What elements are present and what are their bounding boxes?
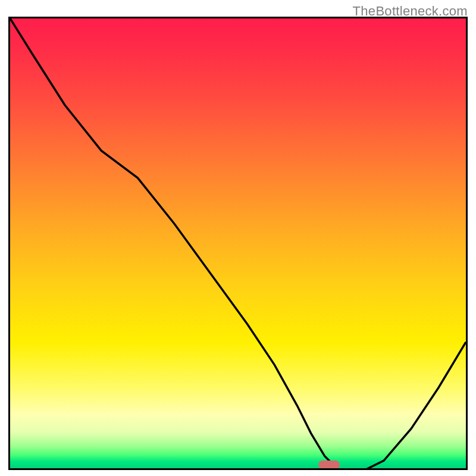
watermark-text: TheBottleneck.com bbox=[353, 4, 468, 19]
chart-frame bbox=[8, 17, 468, 470]
curve-path bbox=[10, 18, 466, 470]
chart-curve bbox=[10, 18, 466, 470]
optimal-point-marker bbox=[318, 461, 340, 469]
